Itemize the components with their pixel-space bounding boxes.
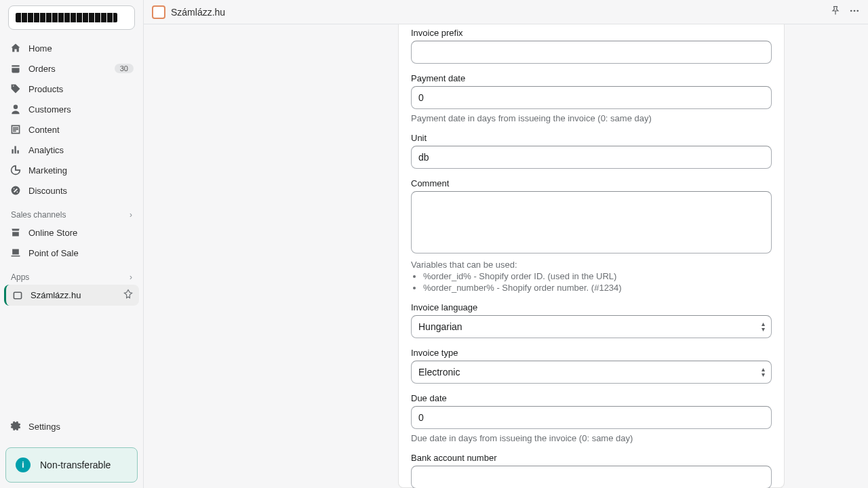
invoice-language-label: Invoice language — [411, 302, 772, 312]
app-logo-icon — [152, 5, 165, 19]
sales-channels-header[interactable]: Sales channels › — [4, 201, 139, 222]
invoice-language-select[interactable]: Hungarian — [411, 315, 772, 338]
orders-badge: 30 — [115, 64, 134, 73]
orders-icon — [9, 62, 22, 75]
store-selector[interactable] — [8, 5, 135, 30]
due-date-label: Due date — [411, 393, 772, 403]
nav-content[interactable]: Content — [4, 119, 139, 140]
svg-point-2 — [17, 192, 18, 193]
comment-var-1: %order_number% - Shopify order number. (… — [423, 283, 772, 293]
gear-icon — [9, 420, 22, 432]
settings-card: Invoice prefix Payment date Payment date… — [398, 24, 785, 488]
svg-point-1 — [14, 188, 15, 190]
tag-icon — [9, 83, 22, 95]
comment-label: Comment — [411, 178, 772, 188]
nav-label: Customers — [28, 104, 134, 115]
store-name-redacted — [16, 13, 117, 22]
topbar: Számlázz.hu — [144, 0, 868, 24]
unit-input[interactable] — [411, 146, 772, 169]
nav-customers[interactable]: Customers — [4, 99, 139, 119]
nav-label: Products — [28, 84, 134, 94]
pin-icon[interactable] — [123, 289, 134, 302]
discounts-icon — [9, 184, 22, 197]
pin-icon[interactable] — [830, 5, 841, 18]
nav-settings[interactable]: Settings — [4, 416, 139, 436]
unit-label: Unit — [411, 133, 772, 143]
nav-label: Settings — [28, 422, 134, 432]
nav-orders[interactable]: Orders 30 — [4, 58, 139, 79]
nav-label: Online Store — [28, 228, 134, 238]
svg-point-4 — [850, 10, 852, 12]
info-icon: i — [16, 458, 31, 472]
sidebar: Home Orders 30 Products Customers — [0, 0, 144, 488]
payment-date-label: Payment date — [411, 73, 772, 83]
nav-discounts[interactable]: Discounts — [4, 180, 139, 201]
nav-label: Marketing — [28, 165, 134, 176]
nav-analytics[interactable]: Analytics — [4, 140, 139, 160]
payment-date-help: Payment date in days from issueing the i… — [411, 113, 772, 123]
nav-label: Point of Sale — [28, 248, 134, 258]
chevron-right-icon: › — [130, 272, 132, 282]
svg-point-5 — [854, 10, 856, 12]
analytics-icon — [9, 144, 22, 156]
nav-label: Analytics — [28, 145, 134, 155]
comment-textarea[interactable] — [411, 191, 772, 253]
content-icon — [9, 123, 22, 136]
apps-header[interactable]: Apps › — [4, 263, 139, 285]
non-transferable-notice: i Non-transferable — [5, 447, 138, 483]
marketing-icon — [9, 164, 22, 176]
payment-date-input[interactable] — [411, 86, 772, 109]
comment-vars-intro: Variables that can be used: — [411, 260, 772, 270]
nav-label: Content — [28, 125, 134, 135]
due-date-help: Due date in days from issueing the invoi… — [411, 433, 772, 443]
store-icon — [9, 226, 22, 239]
nav-home[interactable]: Home — [4, 38, 139, 58]
notice-text: Non-transferable — [40, 460, 111, 470]
nav-online-store[interactable]: Online Store — [4, 222, 139, 243]
pos-icon — [9, 247, 22, 259]
section-description-area — [144, 24, 398, 488]
chevron-right-icon: › — [130, 210, 132, 220]
invoice-prefix-label: Invoice prefix — [411, 28, 772, 38]
app-icon — [12, 289, 24, 302]
nav-marketing[interactable]: Marketing — [4, 160, 139, 180]
nav-label: Számlázz.hu — [31, 290, 116, 300]
section-label: Sales channels — [11, 210, 66, 220]
svg-rect-3 — [14, 292, 21, 299]
nav-pos[interactable]: Point of Sale — [4, 243, 139, 263]
page-title: Számlázz.hu — [171, 7, 225, 18]
bank-account-input[interactable] — [411, 466, 772, 488]
bank-account-label: Bank account number — [411, 453, 772, 463]
invoice-prefix-input[interactable] — [411, 41, 772, 64]
invoice-type-select[interactable]: Electronic — [411, 361, 772, 384]
home-icon — [9, 42, 22, 54]
nav-label: Home — [28, 43, 134, 54]
nav-label: Discounts — [28, 186, 134, 196]
section-label: Apps — [11, 272, 29, 282]
nav-app-szamlazz[interactable]: Számlázz.hu — [4, 285, 139, 306]
invoice-type-label: Invoice type — [411, 348, 772, 358]
nav-label: Orders — [28, 64, 108, 74]
comment-var-0: %order_id% - Shopify order ID. (used in … — [423, 271, 772, 281]
due-date-input[interactable] — [411, 406, 772, 429]
svg-point-6 — [856, 10, 859, 12]
more-icon[interactable] — [849, 5, 860, 18]
nav-products[interactable]: Products — [4, 79, 139, 99]
person-icon — [9, 103, 22, 115]
